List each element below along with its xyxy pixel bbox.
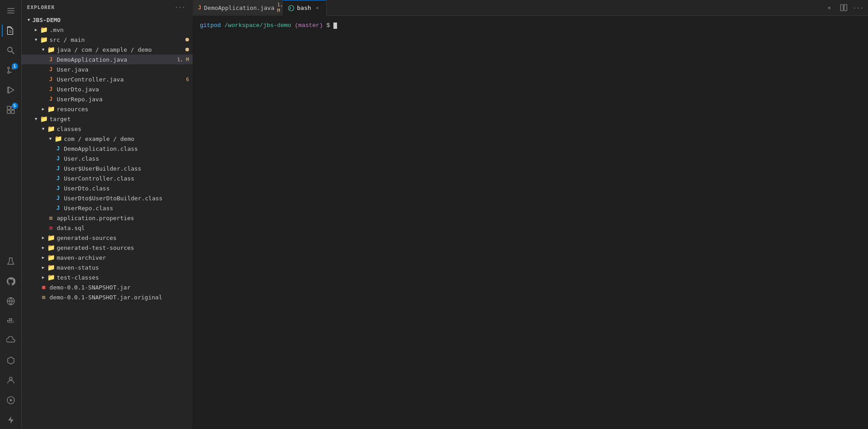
tabs-bar: J DemoApplication.java 1, M bash × + ··· (193, 0, 868, 16)
tree-item-application-properties[interactable]: ≡ application.properties (22, 213, 193, 223)
class-icon-userrepo: J (54, 204, 62, 212)
java-icon-userrepo: J (47, 95, 55, 103)
tab-bash[interactable]: bash × (283, 0, 327, 16)
svg-rect-27 (841, 5, 843, 11)
play-circle-icon[interactable] (2, 391, 20, 409)
tree-item-usercontroller-java[interactable]: J UserController.java 6 (22, 74, 193, 84)
tree-item-com-example-demo-target[interactable]: ▼ 📁 com / example / demo (22, 134, 193, 144)
tree-item-target[interactable]: ▼ 📁 target (22, 114, 193, 124)
github-icon[interactable] (2, 272, 20, 290)
split-editor-button[interactable] (837, 1, 850, 14)
userdto-class-label: UserDto.class (64, 185, 189, 192)
tab-bash-close[interactable]: × (314, 5, 321, 12)
generated-test-sources-arrow: ▶ (40, 244, 47, 251)
tree-item-java-path[interactable]: ▼ 📁 java / com / example / demo (22, 45, 193, 54)
docker-icon[interactable] (2, 312, 20, 330)
com-example-demo-target-label: com / example / demo (64, 135, 189, 142)
mvn-arrow: ▶ (32, 26, 40, 33)
tree-item-userdto-builder-class[interactable]: J UserDto$UserDtoBuilder.class (22, 193, 193, 203)
svg-rect-20 (11, 318, 12, 320)
tree-item-generated-test-sources[interactable]: ▶ 📁 generated-test-sources (22, 243, 193, 253)
tree-item-src-main[interactable]: ▼ 📁 src / main (22, 35, 193, 45)
tree-item-generated-sources[interactable]: ▶ 📁 generated-sources (22, 233, 193, 243)
prompt-gitpod: gitpod (200, 21, 221, 30)
prompt-path: /workspace/jbs-demo (225, 21, 291, 30)
tree-item-maven-archiver[interactable]: ▶ 📁 maven-archiver (22, 253, 193, 262)
sidebar-content: ▼ JBS-DEMO ▶ 📁 .mvn ▼ 📁 src / main ▼ 📁 j… (22, 15, 193, 429)
usercontroller-java-badge: 6 (186, 77, 189, 82)
terminal-prompt: gitpod /workspace/jbs-demo (master) $ (200, 21, 861, 30)
zap-icon[interactable] (2, 411, 20, 429)
svg-point-5 (8, 67, 9, 69)
person-icon[interactable] (2, 371, 20, 389)
sql-icon-data: ≡ (47, 224, 55, 232)
root-folder[interactable]: ▼ JBS-DEMO (22, 15, 193, 25)
tab-demo-application[interactable]: J DemoApplication.java 1, M (193, 0, 283, 16)
maven-archiver-arrow: ▶ (40, 254, 47, 261)
generated-test-sources-label: generated-test-sources (57, 244, 189, 251)
tree-item-user-builder-class[interactable]: J User$UserBuilder.class (22, 163, 193, 173)
folder-icon-target: 📁 (40, 115, 48, 123)
source-control-icon[interactable]: 1 (2, 61, 20, 79)
user-class-label: User.class (64, 155, 189, 162)
svg-rect-12 (7, 110, 10, 113)
tree-item-resources[interactable]: ▶ 📁 resources (22, 104, 193, 114)
terminal-content: gitpod /workspace/jbs-demo (master) $ (193, 16, 868, 36)
main-content: J DemoApplication.java 1, M bash × + ··· (193, 0, 868, 429)
svg-rect-13 (11, 110, 14, 113)
explorer-icon[interactable] (2, 22, 20, 40)
terminal-cursor (333, 23, 337, 29)
tree-item-data-sql[interactable]: ≡ data.sql (22, 223, 193, 233)
userrepo-class-label: UserRepo.class (64, 205, 189, 212)
sidebar-title: EXPLORER (27, 5, 55, 10)
tree-item-classes[interactable]: ▼ 📁 classes (22, 124, 193, 134)
tree-item-userrepo-class[interactable]: J UserRepo.class (22, 203, 193, 213)
tree-item-demo-jar-original[interactable]: ≡ demo-0.0.1-SNAPSHOT.jar.original (22, 292, 193, 302)
maven-status-arrow: ▶ (40, 264, 47, 271)
hexagon-icon[interactable] (2, 352, 20, 370)
tree-item-maven-status[interactable]: ▶ 📁 maven-status (22, 262, 193, 272)
class-icon-usercontroller: J (54, 174, 62, 182)
cloud-icon[interactable] (2, 332, 20, 350)
folder-icon-gen-sources: 📁 (47, 234, 55, 242)
tree-item-mvn[interactable]: ▶ 📁 .mvn (22, 25, 193, 35)
com-example-demo-target-arrow: ▼ (47, 135, 54, 142)
application-properties-label: application.properties (57, 215, 189, 221)
tree-item-demo-jar[interactable]: ■ demo-0.0.1-SNAPSHOT.jar (22, 282, 193, 292)
extensions-icon[interactable]: 5 (2, 101, 20, 119)
svg-marker-25 (8, 416, 13, 424)
props-icon-application: ≡ (47, 214, 55, 222)
tree-item-userdto-java[interactable]: J UserDto.java (22, 84, 193, 94)
tree-item-userrepo-java[interactable]: J UserRepo.java (22, 94, 193, 104)
tree-item-usercontroller-class[interactable]: J UserController.class (22, 173, 193, 183)
svg-rect-17 (9, 320, 10, 321)
demo-jar-label: demo-0.0.1-SNAPSHOT.jar (49, 284, 189, 291)
search-icon[interactable] (2, 41, 20, 59)
src-main-arrow: ▼ (32, 36, 40, 43)
demo-application-java-badge: 1, M (177, 57, 189, 63)
svg-rect-10 (7, 106, 10, 109)
classes-label: classes (57, 126, 189, 132)
svg-point-22 (9, 377, 12, 380)
props-icon-demo-original: ≡ (40, 293, 48, 301)
new-tab-button[interactable]: + (823, 1, 836, 14)
tree-item-demo-application-java[interactable]: J DemoApplication.java 1, M (22, 54, 193, 64)
tree-item-user-java[interactable]: J User.java (22, 64, 193, 74)
run-icon[interactable] (2, 81, 20, 99)
remote-icon[interactable] (2, 292, 20, 310)
flask-icon[interactable] (2, 253, 20, 271)
tree-item-userdto-class[interactable]: J UserDto.class (22, 183, 193, 193)
folder-icon-maven-archiver: 📁 (47, 253, 55, 262)
userdto-java-label: UserDto.java (57, 86, 189, 93)
test-classes-arrow: ▶ (40, 274, 47, 281)
tree-item-demo-application-class[interactable]: J DemoApplication.class (22, 144, 193, 154)
class-icon-user-builder: J (54, 164, 62, 172)
tree-item-test-classes[interactable]: ▶ 📁 test-classes (22, 272, 193, 282)
menu-icon[interactable] (2, 2, 20, 20)
svg-rect-28 (844, 5, 847, 11)
folder-icon-maven-status: 📁 (47, 263, 55, 271)
tree-item-user-class[interactable]: J User.class (22, 154, 193, 163)
java-path-label: java / com / example / demo (57, 46, 185, 53)
sidebar-more-button[interactable]: ··· (173, 4, 187, 11)
more-actions-button[interactable]: ··· (852, 1, 864, 14)
